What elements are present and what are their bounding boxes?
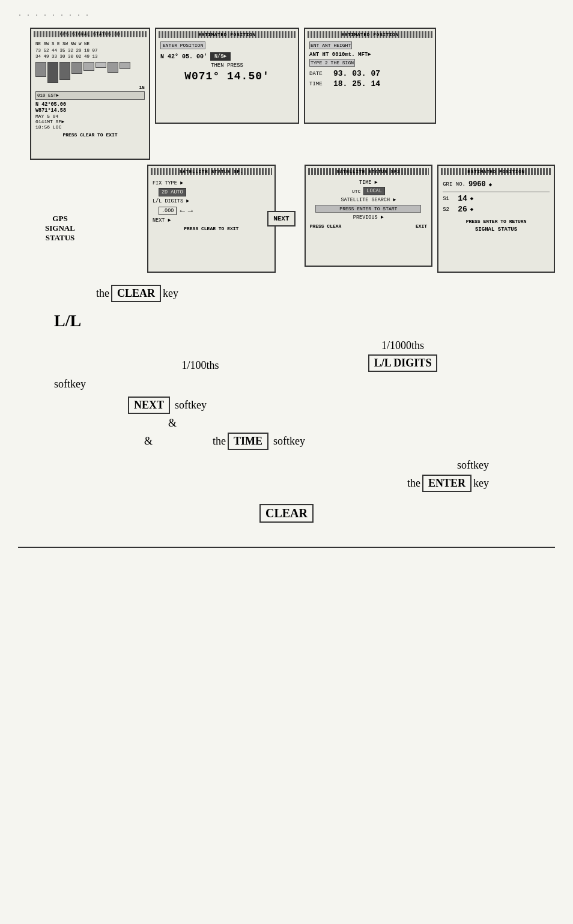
gps-signal-side-label: GPSSIGNAL STATUS (36, 214, 84, 243)
gri-label: GRI NO. (443, 181, 465, 187)
sat-status-sf2-content: TIME ► UTC LOCAL SATELLITE SEARCH ► PRES… (308, 177, 429, 231)
time-value: 18. 25. 14 (333, 79, 380, 88)
enter-post-text: key (473, 477, 489, 490)
est-pos-top-content: ENTER POSITION N 42° 05. 00' N/S► THEN P… (159, 40, 296, 84)
gps-press-clear: PRESS CLEAR TO EXIT (35, 132, 145, 138)
fraction-col1-label: 1/100ths (182, 359, 219, 372)
enter-key-line: the ENTER key (36, 475, 537, 492)
clear-bottom-key: CLEAR (259, 504, 314, 523)
sat-next-label: NEXT ► (153, 217, 270, 223)
clear-pre-text: the (96, 287, 109, 300)
sat-status-sf-panel: SATELLITE STATUS SF. FIX TYPE ► 2D AUTO … (147, 165, 276, 273)
sat-status-sf2-title: SATELLITE STATUS SF2 (308, 168, 429, 175)
page-content: · · · · · · · · · GPS SIGNAL STATUS 3D N… (0, 0, 573, 560)
est-pos-br-title: ESTIMATED POSITION (441, 168, 551, 175)
fraction-col2-label: 1/1000ths (366, 339, 440, 352)
type-label: TYPE 2 THE SIGN (309, 59, 355, 67)
s1-value: 14 (458, 194, 467, 203)
ampersand-line1: & (168, 417, 537, 430)
sf2-local-value: LOCAL (363, 187, 385, 195)
fix-type-value: 2D AUTO (159, 188, 186, 196)
gps-signal-panel: GPS SIGNAL STATUS 3D NE SW S E SW NW W N… (30, 28, 150, 160)
signal-number: 15 (35, 85, 145, 90)
enter-pre-text: the (407, 477, 420, 490)
est-pos-top-title: ESTIMATED POSITION (159, 31, 296, 38)
signal-row1: NE SW S E SW NW W NE (35, 41, 145, 47)
enter-key-box: ENTER (422, 475, 471, 492)
date-value: 93. 03. 07 (333, 69, 380, 78)
gps-time2: 18:56 LOC (35, 124, 145, 130)
gps-nav-info: N 42°05.00 W871°14.58 MAY 5 94 0141MT SF… (35, 102, 145, 130)
time-softkey-text: softkey (273, 435, 305, 448)
sat-status-sf2-panel: SATELLITE STATUS SF2 TIME ► UTC LOCAL SA… (305, 165, 433, 267)
gps-lat: N 42°05.00 (35, 102, 145, 108)
signal-row3: 34 49 33 30 30 02 49 13 (35, 53, 145, 60)
line-clear-key: the CLEAR key (96, 285, 537, 302)
fraction-col2: 1/1000ths L/L DIGITS (366, 339, 440, 372)
est-position-right-panel: ESTIMATED POSITION ENT ANT HEIGHT ANT HT… (304, 28, 436, 124)
sf2-time: TIME ► (310, 180, 428, 186)
next-button[interactable]: NEXT (267, 211, 295, 226)
gri-value: 9960 (468, 180, 486, 189)
s2-label: S2 (443, 207, 458, 213)
time-pre-text: the (213, 435, 226, 448)
s2-value: 26 (458, 205, 467, 214)
ll-digits-key-box: L/L DIGITS (368, 354, 438, 372)
ll-digits-label: L/L DIGITS ► (153, 198, 189, 204)
gps-time: 0141MT SF► (35, 119, 145, 124)
breadcrumb: · · · · · · · · · (18, 12, 555, 19)
ant-ht-value: ANT HT 0010mt. MFT► (309, 52, 431, 58)
ampersand-time-line: & the TIME softkey (144, 433, 537, 450)
right-softkey-line: softkey (36, 459, 537, 472)
bottom-row-panels: SATELLITE STATUS SF. FIX TYPE ► 2D AUTO … (147, 165, 555, 273)
gps-signal-content: NE SW S E SW NW W NE 73 52 44 35 32 20 1… (34, 39, 147, 139)
fix-type-label: FIX TYPE ► (153, 180, 183, 186)
est-pos-lon-big: W071° 14.50' (160, 70, 294, 82)
ant-ht-label: ENT ANT HEIGHT (309, 41, 352, 49)
fraction-row: 1/100ths 1/1000ths L/L DIGITS (84, 339, 537, 372)
gps-est: 010 EST► (37, 93, 59, 98)
time-label: TIME (309, 81, 333, 87)
signal-row2: 73 52 44 35 32 20 18 07 (35, 47, 145, 54)
date-label: DATE (309, 71, 333, 77)
sf2-press-enter: PRESS ENTER TO START (315, 205, 421, 213)
sat-press-clear: PRESS CLEAR TO EXIT (153, 226, 270, 231)
signal-status-label: SIGNAL STATUS (443, 226, 550, 233)
next-key-box: NEXT (128, 397, 170, 414)
clear-post-text: key (163, 287, 178, 300)
s1-label: S1 (443, 196, 458, 202)
next-softkey-line: NEXT softkey (126, 397, 537, 414)
fraction-col1: 1/100ths (182, 359, 219, 372)
softkey-line1: softkey (54, 378, 537, 391)
ll-heading: L/L (54, 311, 537, 330)
est-pos-right-title: ESTIMATED POSITION (308, 31, 432, 38)
sf2-sat-search: SATELLITE SEARCH ► (310, 197, 428, 203)
sf2-utc-label: UTC (352, 189, 360, 194)
est-pos-right-content: ENT ANT HEIGHT ANT HT 0010mt. MFT► TYPE … (308, 40, 432, 91)
sf2-press-clear: PRESS CLEAR (310, 223, 342, 229)
ampersand-text: & (144, 435, 153, 448)
clear-key-box: CLEAR (111, 285, 161, 302)
sat-status-sf-title: SATELLITE STATUS SF. (151, 168, 272, 175)
fraction-col2-key-wrapper: L/L DIGITS (366, 354, 440, 372)
est-position-top-panel: ESTIMATED POSITION ENTER POSITION N 42° … (155, 28, 299, 124)
then-press-label: THEN PRESS (160, 62, 294, 68)
top-row-panels: GPS SIGNAL STATUS 3D NE SW S E SW NW W N… (30, 28, 555, 160)
ll-digits-value: .000 (159, 207, 177, 215)
explanation-area: the CLEAR key L/L 1/100ths 1/1000ths L/L… (18, 285, 555, 523)
sf2-previous: PREVIOUS ► (310, 214, 428, 220)
clear-bottom-wrapper: CLEAR (36, 504, 537, 523)
gps-date: MAY 5 94 (35, 114, 145, 119)
time-key-box: TIME (228, 433, 268, 450)
gps-signal-title: GPS SIGNAL STATUS 3D (34, 31, 147, 37)
enter-pos-label: ENTER POSITION (160, 41, 205, 49)
sf2-exit: EXIT (416, 223, 427, 229)
bottom-rule (18, 547, 555, 548)
sat-status-sf-content: FIX TYPE ► 2D AUTO L/L DIGITS ► .000 ← →… (151, 177, 272, 233)
est-pos-lat: N 42° 05. 00' (160, 53, 207, 60)
ns-indicator: N/S► (210, 52, 231, 61)
est-pos-br-content: GRI NO. 9960 ◆ S1 14 ◆ S2 26 ◆ (441, 177, 551, 234)
screens-wrapper: GPS SIGNAL STATUS 3D NE SW S E SW NW W N… (30, 28, 555, 273)
breadcrumb-text: · · · · · · · · · (18, 12, 89, 19)
next-softkey-text: softkey (175, 399, 207, 412)
